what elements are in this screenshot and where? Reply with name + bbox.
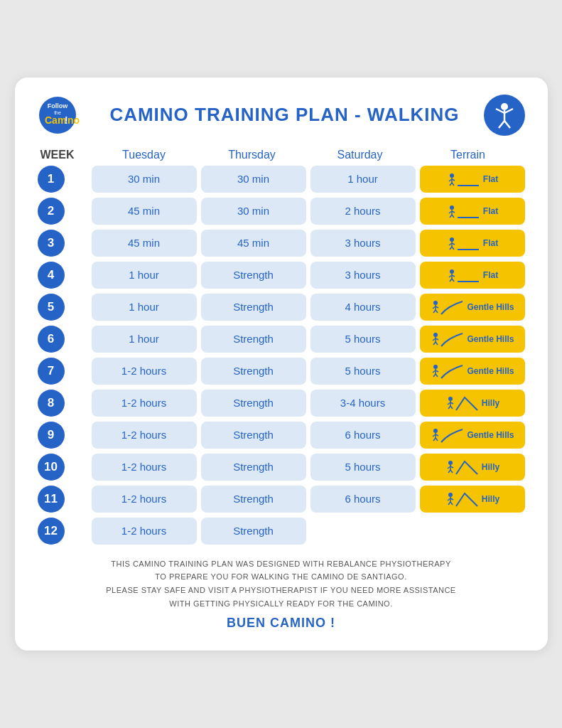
week-number: 4: [38, 262, 65, 289]
column-headers: WEEK Tuesday Thursday Saturday Terrain: [38, 149, 525, 161]
week-cell: 11: [38, 486, 87, 513]
terrain-cell: Hilly: [420, 390, 525, 417]
saturday-cell: 6 hours: [310, 486, 416, 513]
tuesday-cell: 1-2 hours: [92, 486, 197, 513]
week-number: 8: [38, 390, 65, 417]
table-row: 245 min30 min2 hours Flat: [38, 198, 525, 225]
svg-line-82: [450, 502, 453, 505]
person-logo-icon: [486, 97, 523, 134]
table-row: 51 hourStrength4 hours Gentle Hills: [38, 294, 525, 321]
table-row: 61 hourStrength5 hours Gentle Hills: [38, 326, 525, 353]
terrain-cell: Gentle Hills: [420, 326, 525, 353]
svg-line-52: [436, 342, 438, 345]
tuesday-cell: 30 min: [92, 166, 197, 193]
thursday-cell: Strength: [201, 486, 306, 513]
tuesday-cell: 1-2 hours: [92, 454, 197, 481]
week-cell: 7: [38, 358, 87, 385]
footer: THIS CAMINO TRAINING PLAN WAS DESIGNED W…: [38, 557, 525, 631]
svg-point-59: [448, 397, 453, 401]
saturday-cell: 2 hours: [310, 198, 416, 225]
svg-point-53: [433, 365, 438, 369]
table-row: 345 min45 min3 hours Flat: [38, 230, 525, 257]
svg-line-25: [452, 215, 454, 218]
saturday-cell: 3-4 hours: [310, 390, 416, 417]
thursday-cell: 30 min: [201, 166, 306, 193]
week-number: 11: [38, 486, 65, 513]
thursday-cell: Strength: [201, 262, 306, 289]
svg-point-47: [433, 333, 438, 337]
tuesday-cell: 45 min: [92, 198, 197, 225]
svg-line-18: [452, 183, 454, 186]
week-cell: 8: [38, 390, 87, 417]
week-number: 10: [38, 454, 65, 481]
thursday-cell: 45 min: [201, 230, 306, 257]
table-row: 41 hourStrength3 hours Flat: [38, 262, 525, 289]
svg-point-65: [433, 429, 438, 433]
tuesday-cell: 1-2 hours: [92, 358, 197, 385]
svg-text:Cam: Cam: [45, 114, 66, 126]
terrain-cell: Hilly: [420, 486, 525, 513]
svg-text:Follow: Follow: [47, 102, 67, 109]
saturday-cell: 6 hours: [310, 422, 416, 449]
table-row: 101-2 hoursStrength5 hours Hilly: [38, 454, 525, 481]
week-cell: 4: [38, 262, 87, 289]
tuesday-cell: 1 hour: [92, 294, 197, 321]
tuesday-cell: 1-2 hours: [92, 518, 197, 545]
svg-point-77: [448, 493, 453, 497]
week-number: 9: [38, 422, 65, 449]
right-logo: [484, 95, 525, 136]
thursday-cell: 30 min: [201, 198, 306, 225]
table-row: 111-2 hoursStrength6 hours Hilly: [38, 486, 525, 513]
svg-line-70: [436, 438, 438, 441]
tuesday-cell: 1 hour: [92, 262, 197, 289]
terrain-cell: Flat: [420, 198, 525, 225]
svg-point-7: [501, 103, 508, 110]
main-page: Follow the Cam no ! CAMINO TRAINING PLAN…: [15, 77, 548, 651]
footer-buen: BUEN CAMINO !: [38, 616, 525, 631]
col-header-tuesday: Tuesday: [90, 149, 198, 161]
week-cell: 1: [38, 166, 87, 193]
follow-camino-logo: Follow the Cam no !: [38, 95, 86, 135]
week-number: 5: [38, 294, 65, 321]
rows-container: 130 min30 min1 hour Flat245 min30 min2 h…: [38, 166, 525, 545]
saturday-cell: 4 hours: [310, 294, 416, 321]
week-number: 6: [38, 326, 65, 353]
svg-line-39: [452, 279, 454, 282]
week-number: 7: [38, 358, 65, 385]
table-row: 81-2 hoursStrength3-4 hours Hilly: [38, 390, 525, 417]
week-number: 12: [38, 518, 65, 545]
week-cell: 5: [38, 294, 87, 321]
table-row: 130 min30 min1 hour Flat: [38, 166, 525, 193]
tuesday-cell: 45 min: [92, 230, 197, 257]
terrain-cell: Gentle Hills: [420, 422, 525, 449]
terrain-cell: [420, 518, 525, 545]
svg-line-32: [452, 247, 454, 250]
terrain-cell: Flat: [420, 166, 525, 193]
week-cell: 3: [38, 230, 87, 257]
week-number: 3: [38, 230, 65, 257]
table-row: 121-2 hoursStrength: [38, 518, 525, 545]
svg-text:no: no: [67, 114, 80, 126]
svg-line-76: [450, 470, 453, 473]
col-header-week: WEEK: [40, 149, 90, 161]
thursday-cell: Strength: [201, 390, 306, 417]
svg-point-20: [450, 205, 454, 210]
week-cell: 10: [38, 454, 87, 481]
week-cell: 12: [38, 518, 87, 545]
svg-line-46: [436, 310, 438, 313]
thursday-cell: Strength: [201, 518, 306, 545]
saturday-cell: 3 hours: [310, 230, 416, 257]
col-header-terrain: Terrain: [414, 149, 522, 161]
svg-point-27: [450, 237, 454, 242]
table-row: 71-2 hoursStrength5 hours Gentle Hills: [38, 358, 525, 385]
thursday-cell: Strength: [201, 294, 306, 321]
logo-area: Follow the Cam no !: [38, 95, 86, 135]
week-number: 2: [38, 198, 65, 225]
saturday-cell: 5 hours: [310, 454, 416, 481]
thursday-cell: Strength: [201, 358, 306, 385]
footer-text: THIS CAMINO TRAINING PLAN WAS DESIGNED W…: [38, 557, 525, 611]
terrain-cell: Gentle Hills: [420, 358, 525, 385]
table-row: 91-2 hoursStrength6 hours Gentle Hills: [38, 422, 525, 449]
training-table: WEEK Tuesday Thursday Saturday Terrain 1…: [38, 149, 525, 545]
terrain-cell: Flat: [420, 230, 525, 257]
